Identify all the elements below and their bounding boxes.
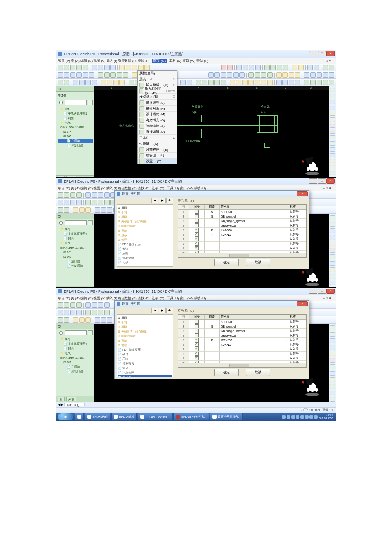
page-tree[interactable]: 📁 学习 📄 主电路原理图1 📄 封面 📁 电气 ⊟ KX1930_1140C … — [56, 106, 94, 175]
close-button[interactable]: ✕ — [326, 178, 335, 184]
menu-item[interactable]: 外部程序… (E) — [138, 147, 177, 153]
menu-item[interactable]: 捕捉对象 (N) — [138, 106, 177, 112]
menu-item[interactable]: 移动基点 (B)O — [138, 94, 177, 100]
menu-item[interactable]: 捕捉调整 (S) — [138, 100, 177, 106]
window-titlebar[interactable]: EPLAN Electric P8 - Professional - 编辑 - … — [56, 178, 336, 185]
grid-hscroll[interactable] — [178, 253, 306, 257]
nav-collapse-btn[interactable]: ◀ — [151, 198, 158, 203]
minimize-button[interactable]: – — [309, 51, 317, 56]
menu-item[interactable]: 考虑插入 (G) — [138, 117, 177, 123]
menu-item[interactable]: 属性(全局) — [138, 71, 177, 76]
sync-checkbox[interactable] — [195, 324, 199, 328]
ground-symbol[interactable] — [264, 143, 270, 148]
sync-checkbox[interactable] — [195, 338, 199, 342]
side-filter[interactable]: 筛选器 — [56, 92, 94, 99]
sync-checkbox[interactable] — [195, 342, 199, 347]
cancel-button[interactable]: 取消 — [246, 259, 270, 266]
grid-row[interactable]: 8从符号 — [178, 242, 306, 246]
tree-node[interactable]: ⊟ KX1930_1140C — [58, 125, 93, 130]
sync-checkbox[interactable] — [195, 228, 199, 232]
ok-button[interactable]: 确定 — [214, 369, 239, 376]
sync-checkbox[interactable] — [195, 210, 199, 214]
menu-options[interactable]: 选项 (O) — [152, 186, 164, 191]
toolbar-row-2[interactable] — [56, 71, 336, 79]
menu-right[interactable]: 工具 (U) 窗口 (W) 帮助 (H) — [169, 59, 208, 63]
right-tool-strip[interactable] — [329, 214, 336, 292]
right-tool-strip[interactable] — [329, 86, 336, 181]
menu-right[interactable]: 工具 (U) 窗口 (W) 帮助 (H) — [167, 186, 206, 191]
grid-row[interactable]: 5KKXJ-930 ▾从符号 — [178, 338, 306, 342]
cancel-button[interactable]: 取消 — [246, 369, 270, 376]
toolbar-row-1[interactable] — [56, 64, 336, 71]
nav-expand-btn[interactable]: ▶ — [159, 198, 166, 203]
grid-row[interactable]: 5KKXJ-930从符号 — [178, 228, 306, 232]
menu-left[interactable]: 项目 (P) 页 (A) 编辑 (E) 视图 (V) 插入 (I) 项目数据 (… — [58, 59, 149, 63]
sync-checkbox[interactable] — [195, 347, 199, 351]
toolbar-row-3[interactable] — [56, 79, 336, 86]
menu-item[interactable]: 直接编辑 (D) — [138, 129, 177, 135]
filter-checkbox[interactable] — [59, 101, 63, 104]
grid-row[interactable]: 7从符号 — [178, 237, 306, 242]
sync-checkbox[interactable] — [195, 320, 199, 324]
tree-node[interactable]: 📄 主电路原理图1 — [58, 111, 93, 116]
doc-window-controls[interactable]: – □ ✕ — [323, 59, 331, 63]
tree-node[interactable]: 📄 封面 — [58, 116, 93, 120]
grid-row[interactable]: 3GB_single_symbol从符号 — [178, 219, 306, 223]
menu-item[interactable]: 智能连接 (A) — [138, 123, 177, 129]
sync-checkbox[interactable] — [195, 352, 199, 356]
menu-item[interactable]: 快捷键… (K) — [138, 141, 177, 147]
window-titlebar[interactable]: EPLAN Electric P8 - Professional - 原图 - … — [56, 50, 336, 58]
page-navigator[interactable]: 页 📁 学习 📄 主电路原理图1 📄 封面 📁 电气 ⊟ KX1930_1140… — [56, 214, 94, 292]
page-navigator[interactable]: 页 筛选器 📁 学习 📄 主电路原理图1 📄 封面 📁 电气 ⊟ KX1930_… — [56, 86, 94, 181]
dialog-nav[interactable]: ◀ ▶ ✚ ⊟ 项目 ⊟ 学习 ⊟ 项目 ⊞ 关联参考 / 触点映像 ⊞ 图形的… — [115, 197, 175, 269]
grid-row[interactable]: 3GB_single_symbol从符号 — [178, 329, 306, 333]
grid-row[interactable]: 9从符号 — [178, 246, 306, 251]
filter-btn[interactable] — [88, 100, 93, 105]
menu-options[interactable]: 选项 (O) — [152, 59, 167, 63]
tree-node[interactable]: 📄 控制回路 — [58, 143, 93, 148]
symbol-lib-grid[interactable]: 行 同步 前缀 符号库 标准 1SSPECIAL从符号2GGB_symbol从符… — [178, 204, 307, 258]
nav-add-btn[interactable]: ✚ — [166, 198, 173, 203]
grid-row[interactable]: 1SPECIAL从符号 — [178, 320, 306, 324]
grid-row[interactable]: 1SSPECIAL从符号 — [178, 210, 306, 214]
menu-item[interactable]: 输入相对坐标… (R)Shift+R — [138, 88, 177, 94]
doc-window-controls[interactable]: – □ ✕ — [323, 186, 331, 190]
sync-checkbox[interactable] — [195, 219, 199, 223]
menu-left[interactable]: 项目 (P) 页 (A) 编辑 (E) 视图 (V) 插入 (I) 项目数据 (… — [58, 186, 149, 191]
dialog-close[interactable]: ✕ — [297, 301, 308, 306]
menu-item-settings[interactable]: 设置… (T) — [138, 159, 177, 164]
page-tree[interactable]: 📁 学习 📄 主电路原理图1 📄 封面 📁 电气 ⊟ KX1930_1140C … — [56, 226, 94, 286]
drawing-canvas[interactable]: 1 2 3 4 5 6 7 8 电力电动机 -M1 负荷开关 — [94, 86, 329, 181]
side-filter-row[interactable] — [56, 99, 94, 106]
grid-row[interactable]: 4GRAPHICS从符号 — [178, 223, 306, 228]
menu-item[interactable]: 层管理… (L) — [138, 153, 177, 159]
grid-body-3[interactable]: 1SPECIAL从符号2GGB_symbol从符号3GB_single_symb… — [178, 320, 306, 368]
page-navigator[interactable]: 页 📁 学习 📄 主电路原理图1 📄 封面 📁 电气 ⊟ KX1930_1140… — [56, 324, 94, 402]
sync-checkbox[interactable] — [195, 242, 199, 246]
settings-dialog[interactable]: 设置: 符号库✕ ◀▶✚ ⊟ 项目 ⊟ 学习 ⊟ 项目 ⊞ 关联参考 / 触点映… — [114, 300, 309, 379]
sync-checkbox[interactable] — [195, 333, 199, 337]
settings-tree[interactable]: ⊟ 项目 ⊟ 学习 ⊟ 项目 ⊞ 关联参考 / 触点映像 ⊞ 图形的编辑 ⊞ 设… — [117, 204, 173, 267]
filter-dropdown[interactable] — [65, 100, 87, 105]
tree-node[interactable]: 📁 电气 — [58, 120, 93, 125]
symbol-lib-grid[interactable]: 行同步前缀符号库标准 1SPECIAL从符号2GGB_symbol从符号3GB_… — [178, 314, 307, 368]
sync-checkbox[interactable] — [195, 214, 199, 218]
sync-checkbox[interactable] — [195, 232, 199, 237]
grid-row[interactable]: 6*KUANG从符号 — [178, 232, 306, 237]
sync-checkbox[interactable] — [195, 329, 199, 333]
ok-button[interactable]: 确定 — [214, 259, 239, 266]
sync-checkbox[interactable] — [195, 246, 199, 250]
filter-dropdown[interactable] — [65, 220, 87, 225]
maximize-button[interactable]: □ — [318, 178, 326, 184]
menu-item[interactable]: 设计模式 (M) — [138, 112, 177, 117]
sync-checkbox[interactable] — [195, 223, 199, 227]
grid-row[interactable]: 2GGB_symbol从符号 — [178, 214, 306, 219]
dialog-close[interactable]: ✕ — [297, 191, 308, 196]
options-menu[interactable]: 属性(全局) 层高… (I)S 输入坐标… (C)P 输入相对坐标… (R)Sh… — [137, 70, 177, 164]
maximize-button[interactable]: □ — [318, 51, 326, 56]
grid-row[interactable]: 6KUANG从符号 — [178, 342, 306, 347]
menu-bar[interactable]: 项目 (P) 页 (A) 编辑 (E) 视图 (V) 插入 (I) 项目数据 (… — [56, 58, 336, 64]
menu-item[interactable]: 工具栏▸ — [138, 135, 177, 141]
grid-row[interactable]: 2GGB_symbol从符号 — [178, 324, 306, 329]
close-button[interactable]: ✕ — [326, 51, 335, 56]
